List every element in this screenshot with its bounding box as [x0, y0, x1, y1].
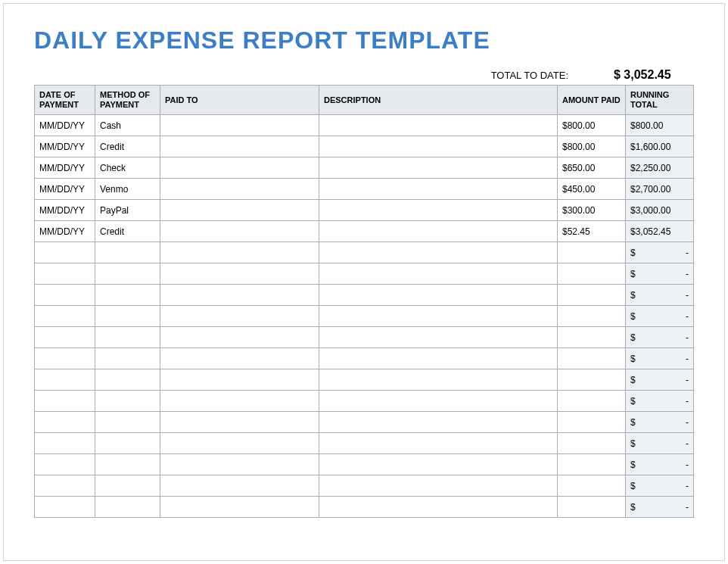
cell-date[interactable]: MM/DD/YY	[35, 115, 95, 136]
cell-date[interactable]	[35, 412, 95, 433]
cell-amount[interactable]	[558, 327, 626, 348]
table-row: $-	[35, 412, 694, 433]
cell-method[interactable]: Credit	[95, 221, 160, 242]
cell-date[interactable]	[35, 475, 95, 497]
cell-amount[interactable]	[558, 497, 626, 518]
cell-date[interactable]	[35, 263, 95, 285]
cell-amount[interactable]	[558, 391, 626, 412]
cell-method[interactable]: Check	[95, 157, 160, 179]
cell-amount[interactable]	[558, 454, 626, 475]
cell-date[interactable]	[35, 391, 95, 412]
running-symbol: $	[630, 481, 636, 491]
cell-method[interactable]	[95, 242, 160, 263]
cell-paid-to[interactable]	[160, 285, 319, 306]
cell-amount[interactable]	[558, 263, 626, 285]
cell-paid-to[interactable]	[160, 475, 319, 497]
cell-description[interactable]	[319, 221, 558, 242]
cell-description[interactable]	[319, 433, 558, 454]
cell-date[interactable]	[35, 433, 95, 454]
cell-method[interactable]: Cash	[95, 115, 160, 136]
cell-method[interactable]	[95, 327, 160, 348]
cell-date[interactable]	[35, 497, 95, 518]
cell-paid-to[interactable]	[160, 263, 319, 285]
cell-paid-to[interactable]	[160, 306, 319, 327]
cell-date[interactable]: MM/DD/YY	[35, 221, 95, 242]
cell-description[interactable]	[319, 348, 558, 369]
cell-amount[interactable]	[558, 475, 626, 497]
cell-method[interactable]: PayPal	[95, 200, 160, 221]
cell-description[interactable]	[319, 285, 558, 306]
cell-amount[interactable]	[558, 242, 626, 263]
cell-description[interactable]	[319, 497, 558, 518]
cell-amount[interactable]: $300.00	[558, 200, 626, 221]
cell-paid-to[interactable]	[160, 327, 319, 348]
cell-method[interactable]	[95, 306, 160, 327]
cell-description[interactable]	[319, 306, 558, 327]
table-row: $-	[35, 475, 694, 497]
cell-paid-to[interactable]	[160, 348, 319, 369]
cell-paid-to[interactable]	[160, 391, 319, 412]
cell-method[interactable]	[95, 285, 160, 306]
cell-paid-to[interactable]	[160, 433, 319, 454]
cell-date[interactable]: MM/DD/YY	[35, 157, 95, 179]
cell-date[interactable]	[35, 242, 95, 263]
cell-method[interactable]	[95, 497, 160, 518]
cell-paid-to[interactable]	[160, 242, 319, 263]
cell-description[interactable]	[319, 179, 558, 200]
cell-amount[interactable]	[558, 306, 626, 327]
cell-method[interactable]	[95, 391, 160, 412]
cell-description[interactable]	[319, 136, 558, 157]
cell-amount[interactable]	[558, 348, 626, 369]
cell-amount[interactable]: $450.00	[558, 179, 626, 200]
cell-description[interactable]	[319, 200, 558, 221]
cell-description[interactable]	[319, 412, 558, 433]
cell-method[interactable]	[95, 263, 160, 285]
cell-method[interactable]	[95, 475, 160, 497]
cell-paid-to[interactable]	[160, 157, 319, 179]
cell-description[interactable]	[319, 157, 558, 179]
cell-description[interactable]	[319, 475, 558, 497]
cell-paid-to[interactable]	[160, 369, 319, 391]
cell-paid-to[interactable]	[160, 497, 319, 518]
cell-description[interactable]	[319, 327, 558, 348]
cell-paid-to[interactable]	[160, 200, 319, 221]
cell-paid-to[interactable]	[160, 179, 319, 200]
cell-amount[interactable]	[558, 285, 626, 306]
cell-date[interactable]	[35, 454, 95, 475]
cell-paid-to[interactable]	[160, 454, 319, 475]
cell-paid-to[interactable]	[160, 136, 319, 157]
cell-amount[interactable]: $52.45	[558, 221, 626, 242]
cell-method[interactable]	[95, 412, 160, 433]
cell-paid-to[interactable]	[160, 412, 319, 433]
cell-method[interactable]: Credit	[95, 136, 160, 157]
cell-amount[interactable]: $650.00	[558, 157, 626, 179]
cell-date[interactable]: MM/DD/YY	[35, 200, 95, 221]
running-symbol: $	[630, 502, 636, 513]
cell-method[interactable]	[95, 454, 160, 475]
cell-method[interactable]	[95, 433, 160, 454]
cell-date[interactable]: MM/DD/YY	[35, 136, 95, 157]
cell-description[interactable]	[319, 263, 558, 285]
cell-method[interactable]: Venmo	[95, 179, 160, 200]
cell-amount[interactable]: $800.00	[558, 115, 626, 136]
cell-date[interactable]	[35, 285, 95, 306]
cell-description[interactable]	[319, 115, 558, 136]
cell-paid-to[interactable]	[160, 221, 319, 242]
cell-amount[interactable]	[558, 412, 626, 433]
cell-date[interactable]	[35, 369, 95, 391]
cell-description[interactable]	[319, 454, 558, 475]
cell-description[interactable]	[319, 369, 558, 391]
cell-date[interactable]	[35, 306, 95, 327]
cell-description[interactable]	[319, 242, 558, 263]
cell-amount[interactable]	[558, 433, 626, 454]
cell-running-total: $-	[626, 391, 694, 412]
cell-amount[interactable]: $800.00	[558, 136, 626, 157]
cell-method[interactable]	[95, 348, 160, 369]
cell-date[interactable]: MM/DD/YY	[35, 179, 95, 200]
cell-paid-to[interactable]	[160, 115, 319, 136]
cell-date[interactable]	[35, 348, 95, 369]
cell-date[interactable]	[35, 327, 95, 348]
cell-method[interactable]	[95, 369, 160, 391]
cell-amount[interactable]	[558, 369, 626, 391]
cell-description[interactable]	[319, 391, 558, 412]
